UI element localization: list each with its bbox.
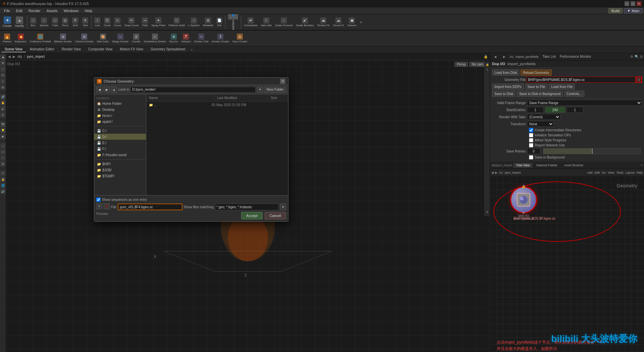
load-from-disk-button[interactable]: Load from Disk — [492, 70, 519, 76]
node-editor-add-icon[interactable]: + — [641, 163, 643, 167]
create-intermediate-checkbox[interactable]: Create Intermediate Directories — [529, 128, 642, 132]
sidebar-light[interactable]: 💡 — [0, 128, 6, 133]
sidebar-dynamics[interactable]: ~ — [0, 155, 6, 161]
dialog-location-c[interactable]: 💾 C:/ — [94, 128, 146, 134]
ne-view-btn[interactable]: View — [608, 171, 614, 174]
sidebar-transform[interactable]: ↔ — [0, 67, 6, 72]
tab-render-view[interactable]: Render View — [58, 47, 84, 52]
end-value-input[interactable] — [545, 107, 565, 113]
file-row-parent[interactable]: 📁 .. 05 May 2020 01:55 PM — [146, 102, 288, 107]
sidebar-particles[interactable]: ⋯ — [0, 143, 6, 148]
tree-view-tab[interactable]: Tree View — [514, 163, 532, 168]
tb-grid[interactable]: # Grid — [70, 17, 80, 28]
new-folder-button[interactable]: New Folder — [264, 87, 286, 93]
menu-assets[interactable]: Assets — [44, 8, 60, 13]
tb-torus[interactable]: ◎ Torus — [60, 17, 70, 28]
filename-input[interactable] — [118, 204, 182, 210]
tb-terrain-fx[interactable]: ⛰ Terrain FX — [316, 17, 331, 28]
tb-guide-process[interactable]: ⌿ Guide Process — [274, 17, 294, 28]
col-header-size[interactable]: Size — [268, 95, 288, 100]
start-value-input[interactable] — [527, 107, 544, 113]
panel-take-list[interactable]: Take List — [543, 55, 556, 58]
tab-animation-editor[interactable]: Animation Editor — [26, 47, 58, 52]
tb-fireball[interactable]: 🌐 Collisions Fireball — [29, 33, 52, 44]
menu-help[interactable]: Help — [82, 8, 95, 13]
tb-constraints[interactable]: ⇌ Constraints — [243, 17, 259, 28]
tb-spray-paint[interactable]: ✦ Spray Paint — [150, 17, 166, 28]
ne-help-btn[interactable]: Help — [636, 171, 643, 174]
sidebar-select[interactable]: ◆ — [0, 54, 6, 60]
panel-search-icon[interactable]: 🔍 — [635, 55, 639, 58]
transform-select[interactable]: None — [527, 121, 554, 127]
menu-edit[interactable]: Edit — [13, 8, 25, 13]
tb-metaball[interactable]: ⊛ Metaball — [202, 17, 214, 28]
tb-circle[interactable]: O Circle — [102, 17, 112, 28]
tb-hair-utils[interactable]: ⌇ Hair Utils — [260, 17, 273, 28]
tb-smokeless-smoke[interactable]: ≈ Smokeless Smoke — [143, 33, 167, 44]
menu-file[interactable]: File — [1, 8, 13, 13]
menu-windows[interactable]: Windows — [61, 8, 82, 13]
tb-add-more[interactable]: + — [359, 19, 364, 26]
tb-curve[interactable]: ∿ Curve — [113, 17, 122, 28]
tab-composite-view[interactable]: Composite View — [85, 47, 116, 52]
cancel-button[interactable]: Cancel — [265, 212, 286, 219]
save-to-disk-bg-button[interactable]: Save to Disk in Background — [517, 91, 563, 97]
viewport-back-btn[interactable]: ◀ — [8, 55, 11, 58]
dop-io-node[interactable]: 🔒 👁 Dop I/O import_pyrofields — [510, 186, 537, 220]
panel-tab-forward[interactable]: ▶ — [500, 54, 508, 59]
sidebar-handle[interactable]: ⊕ — [0, 85, 6, 90]
alfred-progress-checkbox[interactable]: Alfred Style Progress — [529, 138, 642, 142]
filter-input[interactable] — [215, 204, 279, 210]
tb-tube[interactable]: ⬭ Tube — [50, 17, 60, 28]
sidebar-globe[interactable]: 🌐 — [0, 183, 6, 188]
material-palette-tab[interactable]: Material Palette — [534, 163, 560, 168]
tb-wispy-smoke[interactable]: ∼ Wispy Smoke — [111, 33, 130, 44]
dialog-location-e[interactable]: 💾 E:/ — [94, 140, 146, 146]
persp-button[interactable]: Persp — [454, 62, 468, 67]
build-button[interactable]: Build — [608, 8, 623, 13]
tb-billowy-smoke[interactable]: ≋ Billowy Smoke — [53, 33, 73, 44]
dialog-location-houdini[interactable]: 📁 F:/Houdini word/ — [94, 152, 146, 158]
sidebar-camera[interactable]: 📷 — [0, 122, 6, 127]
tb-null[interactable]: ✕ Null — [80, 17, 90, 28]
dialog-add-button[interactable]: + — [96, 203, 102, 209]
tb-explosion[interactable]: 💥 Explosion — [13, 33, 28, 44]
panel-collapse-icon[interactable]: ⊟ — [640, 55, 643, 58]
sidebar-sculpt[interactable]: ✦ — [0, 112, 6, 118]
panel-gear-icon[interactable]: ⚙ — [630, 55, 633, 58]
save-to-file-button[interactable]: Save to File — [525, 84, 548, 90]
tb-add-color[interactable]: 🎨 Add Color — [96, 33, 110, 44]
dialog-close-button[interactable]: ✕ — [280, 79, 285, 84]
dialog-location-temp[interactable]: 📁 $TEMP/ — [94, 173, 146, 179]
menu-render[interactable]: Render — [26, 8, 43, 13]
col-header-date[interactable]: Last Modified — [214, 95, 268, 100]
tb-dry-ice[interactable]: ❄ Dry Ice — [168, 33, 179, 44]
main-button[interactable]: ▼ Main — [624, 8, 643, 13]
tb-create[interactable]: ✚ Create — [1, 16, 13, 28]
initialize-simulation-checkbox[interactable]: Initialize Simulation OPs — [529, 133, 642, 137]
tb-smoke-trail[interactable]: ⤷ Smoke Trail — [193, 33, 210, 44]
dialog-location-d[interactable]: 💾 D:/ — [94, 134, 146, 140]
tab-scene-view[interactable]: Scene View — [1, 47, 26, 52]
tab-geo-spreadsheet[interactable]: Geometry Spreadsheet — [147, 47, 189, 52]
sidebar-paint[interactable]: 🖌 — [0, 106, 6, 112]
ne-tools-btn[interactable]: Tools — [616, 171, 623, 174]
reload-geometry-button[interactable]: Reload Geometry — [521, 70, 551, 76]
dialog-location-hip[interactable]: 📁 $HIP/ — [94, 161, 146, 167]
tab-add-button[interactable]: + — [189, 47, 194, 52]
sidebar-view[interactable]: 👁 — [0, 60, 6, 66]
sidebar-rotate[interactable]: ↻ — [0, 73, 6, 78]
valid-frame-range-select[interactable]: Save Frame Range — [527, 100, 642, 106]
geo-pick-button[interactable]: ⊡ — [636, 77, 642, 83]
dialog-location-opdef[interactable]: 📁 opdef:/ — [94, 119, 146, 125]
tb-cloud-fx[interactable]: ☁ Cloud FX — [331, 17, 345, 28]
dialog-location-job[interactable]: 📁 $JOB/ — [94, 167, 146, 173]
accept-button[interactable]: Accept — [241, 212, 263, 219]
tb-draw-curve[interactable]: ✏ Draw Curve — [123, 17, 140, 28]
tb-modify[interactable]: ▲ Modify — [14, 16, 25, 28]
tb-line[interactable]: / Line — [93, 17, 102, 28]
load-from-file-button[interactable]: Load from File — [549, 84, 575, 90]
render-with-take-select[interactable]: (Current) — [527, 114, 560, 120]
save-to-disk-button[interactable]: Save to Disk — [492, 91, 516, 97]
ne-go-btn[interactable]: Go — [602, 171, 606, 174]
